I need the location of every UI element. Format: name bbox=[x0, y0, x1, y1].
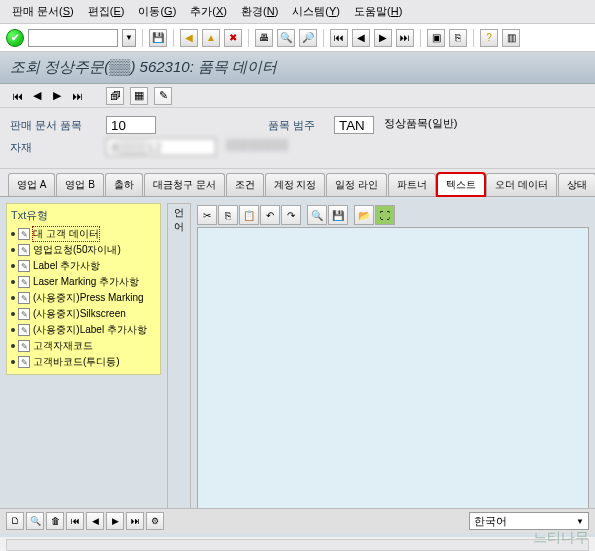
help-icon[interactable]: ? bbox=[480, 29, 498, 47]
bullet-icon bbox=[11, 264, 15, 268]
nav-prev-icon[interactable]: ◀ bbox=[30, 89, 44, 103]
text-type-item[interactable]: 고객바코드(투디등) bbox=[11, 354, 156, 370]
save-icon[interactable]: 💾 bbox=[328, 205, 348, 225]
enter-button[interactable]: ✔ bbox=[6, 29, 24, 47]
text-editor[interactable] bbox=[197, 227, 589, 531]
menu-environment[interactable]: 환경(N) bbox=[235, 2, 284, 21]
content-area: Txt유형 대 고객 데이터 영업요청(50자이내) Label 추가사항 La… bbox=[0, 197, 595, 537]
nav-last-icon[interactable]: ⏭ bbox=[70, 89, 84, 103]
tab-billing[interactable]: 대금청구 문서 bbox=[144, 173, 225, 196]
nav-first-icon[interactable]: ⏮ bbox=[10, 89, 24, 103]
app-toolbar: ⏮ ◀ ▶ ⏭ 🗊 ▦ ✎ bbox=[0, 84, 595, 108]
menu-bar: 판매 문서(S) 편집(E) 이동(G) 추가(X) 환경(N) 시스템(Y) … bbox=[0, 0, 595, 24]
tab-texts[interactable]: 텍스트 bbox=[437, 173, 485, 196]
tab-sales-a[interactable]: 영업 A bbox=[8, 173, 55, 196]
tab-sales-b[interactable]: 영업 B bbox=[56, 173, 103, 196]
bullet-icon bbox=[11, 296, 15, 300]
cut-icon[interactable]: ✂ bbox=[197, 205, 217, 225]
cancel-icon[interactable]: ✖ bbox=[224, 29, 242, 47]
menu-sales-doc[interactable]: 판매 문서(S) bbox=[6, 2, 80, 21]
exit-icon[interactable]: ▲ bbox=[202, 29, 220, 47]
text-type-item[interactable]: 고객자재코드 bbox=[11, 338, 156, 354]
text-type-item[interactable]: Label 추가사항 bbox=[11, 258, 156, 274]
config-icon[interactable]: 🗊 bbox=[106, 87, 124, 105]
settings-icon[interactable]: ⚙ bbox=[146, 512, 164, 530]
language-select[interactable]: 한국어 ▼ bbox=[469, 512, 589, 530]
shortcut-icon[interactable]: ⎘ bbox=[449, 29, 467, 47]
display-icon[interactable]: 🔍 bbox=[26, 512, 44, 530]
paste-icon[interactable]: 📋 bbox=[239, 205, 259, 225]
fullscreen-icon[interactable]: ⛶ bbox=[375, 205, 395, 225]
material-field[interactable] bbox=[106, 138, 216, 156]
tool-icon[interactable]: ✎ bbox=[154, 87, 172, 105]
document-icon bbox=[18, 356, 30, 368]
divider bbox=[473, 29, 474, 47]
text-type-item[interactable]: (사용중지)Label 추가사항 bbox=[11, 322, 156, 338]
command-dropdown[interactable]: ▼ bbox=[122, 29, 136, 47]
tab-order-data[interactable]: 오더 데이터 bbox=[486, 173, 557, 196]
print-icon[interactable]: 🖶 bbox=[255, 29, 273, 47]
tab-partner[interactable]: 파트너 bbox=[388, 173, 436, 196]
bullet-icon bbox=[11, 232, 15, 236]
layout-icon[interactable]: ▥ bbox=[502, 29, 520, 47]
divider bbox=[248, 29, 249, 47]
page-first-icon[interactable]: ⏮ bbox=[66, 512, 84, 530]
undo-icon[interactable]: ↶ bbox=[260, 205, 280, 225]
new-session-icon[interactable]: ▣ bbox=[427, 29, 445, 47]
next-page-icon[interactable]: ▶ bbox=[374, 29, 392, 47]
tab-shipping[interactable]: 출하 bbox=[105, 173, 143, 196]
material-desc: ▒▒▒▒▒▒▒▒ bbox=[222, 138, 372, 156]
divider bbox=[323, 29, 324, 47]
text-type-item[interactable]: Laser Marking 추가사항 bbox=[11, 274, 156, 290]
text-type-item[interactable]: 영업요청(50자이내) bbox=[11, 242, 156, 258]
bullet-icon bbox=[11, 280, 15, 284]
save-icon[interactable]: 💾 bbox=[149, 29, 167, 47]
command-field[interactable] bbox=[28, 29, 118, 47]
title-bar: 조회 정상주문(▒▒) 562310: 품목 데이터 bbox=[0, 52, 595, 84]
tab-account[interactable]: 계정 지정 bbox=[265, 173, 326, 196]
tab-strip: 영업 A 영업 B 출하 대금청구 문서 조건 계정 지정 일정 라인 파트너 … bbox=[0, 169, 595, 197]
menu-goto[interactable]: 이동(G) bbox=[132, 2, 182, 21]
item-field[interactable] bbox=[106, 116, 156, 134]
system-toolbar: ✔ ▼ 💾 ◀ ▲ ✖ 🖶 🔍 🔎 ⏮ ◀ ▶ ⏭ ▣ ⎘ ? ▥ bbox=[0, 24, 595, 52]
menu-extras[interactable]: 추가(X) bbox=[184, 2, 233, 21]
last-page-icon[interactable]: ⏭ bbox=[396, 29, 414, 47]
text-type-item[interactable]: (사용중지)Silkscreen bbox=[11, 306, 156, 322]
document-icon bbox=[18, 244, 30, 256]
nav-next-icon[interactable]: ▶ bbox=[50, 89, 64, 103]
find-icon[interactable]: 🔍 bbox=[277, 29, 295, 47]
text-type-item[interactable]: (사용중지)Press Marking bbox=[11, 290, 156, 306]
page-last-icon[interactable]: ⏭ bbox=[126, 512, 144, 530]
tab-status[interactable]: 상태 bbox=[558, 173, 595, 196]
create-icon[interactable]: 🗋 bbox=[6, 512, 24, 530]
tab-schedule[interactable]: 일정 라인 bbox=[326, 173, 387, 196]
prev-page-icon[interactable]: ◀ bbox=[352, 29, 370, 47]
copy-icon[interactable]: ⎘ bbox=[218, 205, 238, 225]
find-icon[interactable]: 🔍 bbox=[307, 205, 327, 225]
delete-icon[interactable]: 🗑 bbox=[46, 512, 64, 530]
horizontal-scrollbar[interactable] bbox=[6, 539, 589, 551]
menu-system[interactable]: 시스템(Y) bbox=[286, 2, 346, 21]
language-column: 언어 bbox=[167, 203, 191, 531]
page-prev-icon[interactable]: ◀ bbox=[86, 512, 104, 530]
redo-icon[interactable]: ↷ bbox=[281, 205, 301, 225]
menu-edit[interactable]: 편집(E) bbox=[82, 2, 131, 21]
first-page-icon[interactable]: ⏮ bbox=[330, 29, 348, 47]
document-icon bbox=[18, 276, 30, 288]
document-icon bbox=[18, 324, 30, 336]
menu-help[interactable]: 도움말(H) bbox=[348, 2, 408, 21]
bullet-icon bbox=[11, 328, 15, 332]
tab-conditions[interactable]: 조건 bbox=[226, 173, 264, 196]
find-next-icon[interactable]: 🔎 bbox=[299, 29, 317, 47]
back-icon[interactable]: ◀ bbox=[180, 29, 198, 47]
grid-icon[interactable]: ▦ bbox=[130, 87, 148, 105]
document-icon bbox=[18, 260, 30, 272]
category-text: 정상품목(일반) bbox=[380, 116, 461, 134]
category-field[interactable] bbox=[334, 116, 374, 134]
text-type-panel: Txt유형 대 고객 데이터 영업요청(50자이내) Label 추가사항 La… bbox=[6, 203, 161, 531]
document-icon bbox=[18, 340, 30, 352]
page-toolbar: 🗋 🔍 🗑 ⏮ ◀ ▶ ⏭ ⚙ 한국어 ▼ bbox=[0, 508, 595, 533]
text-type-item[interactable]: 대 고객 데이터 bbox=[11, 226, 156, 242]
page-next-icon[interactable]: ▶ bbox=[106, 512, 124, 530]
load-icon[interactable]: 📂 bbox=[354, 205, 374, 225]
